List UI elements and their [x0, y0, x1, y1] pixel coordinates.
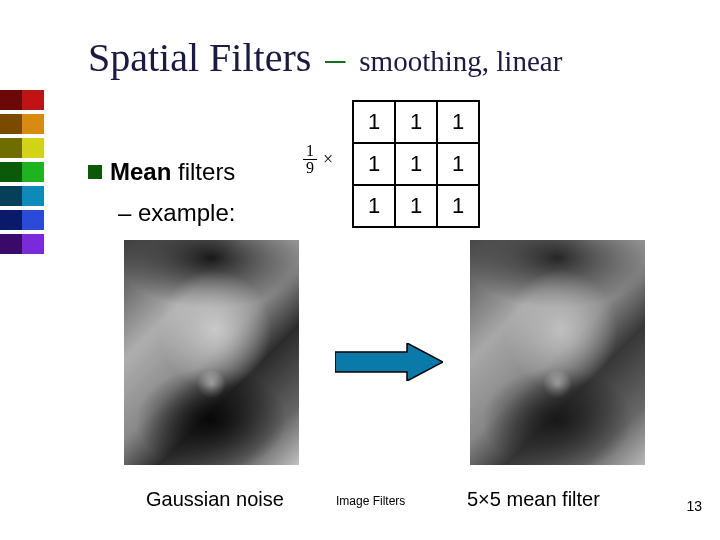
fraction-times: × [323, 149, 333, 170]
slide-title: Spatial Filters – smoothing, linear [88, 34, 562, 81]
kernel-fraction: 1 9 × [303, 143, 333, 176]
page-number: 13 [686, 498, 702, 514]
title-sub: smoothing, linear [359, 45, 562, 77]
table-row: 1 1 1 [353, 185, 479, 227]
image-gaussian-noise [124, 240, 299, 465]
table-row: 1 1 1 [353, 143, 479, 185]
fraction-den: 9 [303, 160, 317, 176]
kernel-cell: 1 [395, 185, 437, 227]
bullet-icon [88, 165, 102, 179]
arrow-icon [335, 343, 443, 381]
caption-left: Gaussian noise [146, 488, 284, 511]
side-color-strip [0, 0, 44, 540]
bullet-rest: filters [171, 158, 235, 185]
kernel-cell: 1 [395, 143, 437, 185]
title-main: Spatial Filters [88, 35, 311, 80]
fraction-num: 1 [303, 143, 317, 160]
kernel-cell: 1 [437, 101, 479, 143]
kernel-cell: 1 [437, 185, 479, 227]
example-label: – example: [118, 199, 235, 227]
svg-marker-0 [335, 343, 443, 381]
kernel-cell: 1 [353, 185, 395, 227]
caption-right: 5×5 mean filter [467, 488, 600, 511]
bullet-mean-filters: Mean filters [88, 158, 235, 186]
bullet-strong: Mean [110, 158, 171, 185]
table-row: 1 1 1 [353, 101, 479, 143]
kernel-cell: 1 [395, 101, 437, 143]
kernel-cell: 1 [353, 143, 395, 185]
kernel-cell: 1 [353, 101, 395, 143]
image-filtered [470, 240, 645, 465]
kernel-table: 1 1 1 1 1 1 1 1 1 [352, 100, 480, 228]
title-dash: – [325, 35, 345, 80]
footer-text: Image Filters [336, 494, 405, 508]
kernel-cell: 1 [437, 143, 479, 185]
bullet-label: Mean filters [110, 158, 235, 186]
